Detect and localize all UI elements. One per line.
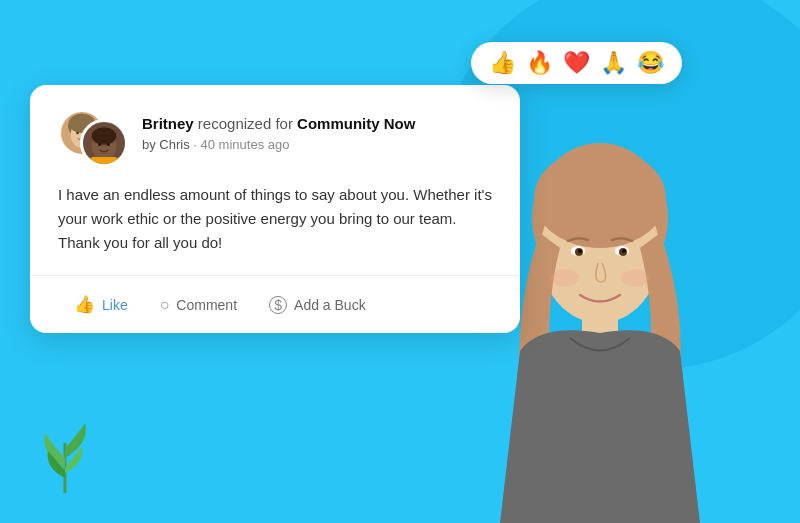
- svg-point-8: [98, 143, 101, 146]
- add-buck-button[interactable]: $ Add a Buck: [253, 290, 382, 320]
- card-header: Britney recognized for Community Now by …: [58, 109, 492, 167]
- svg-point-21: [621, 269, 649, 287]
- program-name: Community Now: [297, 115, 415, 132]
- background: 👍 🔥 ❤️ 🙏 😂: [0, 0, 800, 523]
- svg-point-3: [76, 132, 79, 135]
- svg-point-20: [551, 269, 579, 287]
- plant-decoration: [30, 403, 100, 493]
- buck-icon: $: [269, 296, 287, 314]
- recognition-card: Britney recognized for Community Now by …: [30, 85, 520, 333]
- like-icon: 👍: [74, 294, 95, 315]
- comment-button[interactable]: ○ Comment: [144, 290, 253, 320]
- separator: ·: [193, 137, 200, 152]
- add-buck-label: Add a Buck: [294, 297, 366, 313]
- svg-point-19: [622, 249, 626, 253]
- comment-icon: ○: [160, 296, 170, 314]
- recognition-title: Britney recognized for Community Now: [142, 113, 492, 134]
- recognized-for-label: recognized for: [198, 115, 297, 132]
- recognition-meta: by Chris · 40 minutes ago: [142, 137, 492, 152]
- like-button[interactable]: 👍 Like: [58, 288, 144, 321]
- reaction-bar[interactable]: 👍 🔥 ❤️ 🙏 😂: [471, 42, 682, 84]
- emoji-pray[interactable]: 🙏: [600, 50, 627, 76]
- sender-name: Britney: [142, 115, 194, 132]
- comment-label: Comment: [176, 297, 237, 313]
- emoji-heart[interactable]: ❤️: [563, 50, 590, 76]
- svg-point-9: [107, 143, 110, 146]
- svg-point-12: [534, 148, 666, 248]
- by-chris-label: by Chris: [142, 137, 190, 152]
- card-actions: 👍 Like ○ Comment $ Add a Buck: [58, 276, 492, 333]
- avatar-group: [58, 109, 128, 167]
- card-header-text: Britney recognized for Community Now by …: [142, 109, 492, 152]
- svg-rect-7: [90, 157, 118, 164]
- emoji-laugh[interactable]: 😂: [637, 50, 664, 76]
- time-ago: 40 minutes ago: [201, 137, 290, 152]
- avatar-chris: [80, 119, 128, 167]
- like-label: Like: [102, 297, 128, 313]
- svg-point-18: [578, 249, 582, 253]
- emoji-fire[interactable]: 🔥: [526, 50, 553, 76]
- recognition-message: I have an endless amount of things to sa…: [58, 183, 492, 255]
- emoji-thumbsup[interactable]: 👍: [489, 50, 516, 76]
- svg-point-6: [92, 127, 117, 145]
